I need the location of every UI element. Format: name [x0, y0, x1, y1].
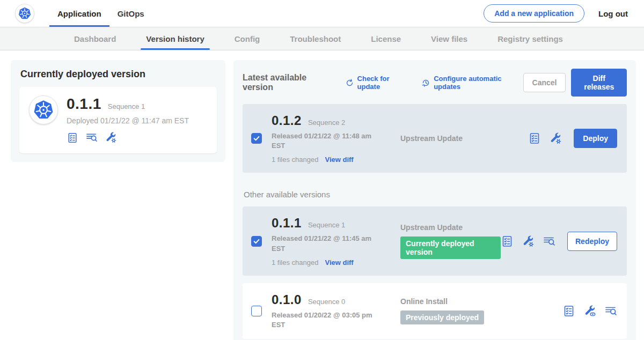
top-nav-right: Add a new application Log out	[484, 4, 628, 23]
released-timestamp: Released 01/21/22 @ 11:45 am EST	[272, 234, 372, 253]
files-changed-label: 1 files changed	[272, 156, 318, 164]
subnav-item-license[interactable]: License	[356, 27, 416, 50]
deploy-button[interactable]: Deploy	[574, 129, 617, 148]
sequence-label: Sequence 1	[308, 221, 345, 229]
view-diff-link[interactable]: View diff	[325, 258, 353, 267]
logs-icon[interactable]	[543, 235, 555, 248]
sequence-label: Sequence 0	[308, 298, 345, 306]
version-checkbox[interactable]	[251, 133, 262, 144]
cancel-button[interactable]: Cancel	[523, 73, 566, 92]
main-content: Currently deployed version 0.1.1 Sequenc…	[0, 50, 644, 340]
subnav-item-view-files[interactable]: View files	[416, 27, 482, 50]
subnav-item-registry-settings[interactable]: Registry settings	[482, 27, 578, 50]
redeploy-button[interactable]: Redeploy	[567, 232, 617, 251]
version-row-0-1-1: 0.1.1 Sequence 1 Released 01/21/22 @ 11:…	[243, 206, 627, 275]
tab-gitops-label: GitOps	[118, 9, 144, 18]
version-source-label: Upstream Update	[400, 134, 528, 143]
view-diff-link[interactable]: View diff	[325, 156, 353, 164]
refresh-icon	[345, 78, 354, 87]
logs-icon[interactable]	[604, 305, 617, 317]
released-timestamp: Released 01/21/22 @ 11:48 am EST	[272, 131, 372, 151]
subnav-item-dashboard[interactable]: Dashboard	[59, 27, 131, 50]
previously-deployed-badge: Previously deployed	[400, 311, 484, 324]
currently-deployed-title: Currently deployed version	[20, 69, 217, 80]
tab-gitops[interactable]: GitOps	[109, 0, 152, 27]
subnav-item-config[interactable]: Config	[219, 27, 275, 50]
schedule-icon	[421, 78, 430, 87]
config-icon[interactable]	[522, 235, 535, 248]
version-source-label: Upstream Update	[400, 223, 501, 232]
files-changed-label: 1 files changed	[272, 258, 318, 267]
release-notes-icon[interactable]	[528, 132, 541, 145]
logs-icon[interactable]	[85, 131, 98, 144]
config-icon[interactable]	[549, 132, 562, 145]
add-application-button[interactable]: Add a new application	[484, 4, 584, 23]
version-checkbox[interactable]	[251, 236, 262, 247]
deployed-sequence-label: Sequence 1	[108, 102, 145, 110]
version-history-panel: Latest available version Check for updat…	[233, 60, 636, 340]
version-number: 0.1.2	[272, 113, 302, 128]
version-number: 0.1.0	[272, 292, 302, 307]
kubernetes-logo	[15, 4, 34, 23]
kubernetes-app-icon	[29, 95, 58, 124]
version-row-0-1-2: 0.1.2 Sequence 2 Released 01/21/22 @ 11:…	[243, 104, 627, 173]
release-notes-icon[interactable]	[67, 132, 78, 144]
release-notes-icon[interactable]	[501, 235, 514, 248]
config-view-icon[interactable]	[583, 305, 596, 317]
deployed-version-card: 0.1.1 Sequence 1 Deployed 01/21/22 @ 11:…	[19, 87, 217, 153]
app-sub-nav: Dashboard Version history Config Trouble…	[0, 27, 644, 50]
subnav-item-version-history[interactable]: Version history	[131, 27, 219, 50]
deployed-version-number: 0.1.1	[67, 95, 101, 113]
latest-version-title: Latest available version	[243, 73, 333, 92]
deployed-timestamp: Deployed 01/21/22 @ 11:47 am EST	[67, 116, 189, 125]
version-number: 0.1.1	[272, 216, 302, 231]
version-checkbox[interactable]	[251, 306, 262, 316]
currently-deployed-badge: Currently deployed version	[400, 236, 501, 259]
other-versions-title: Other available versions	[244, 190, 627, 199]
currently-deployed-panel: Currently deployed version 0.1.1 Sequenc…	[11, 60, 225, 162]
top-tabs: Application GitOps	[49, 0, 152, 27]
diff-releases-button[interactable]: Diff releases	[571, 69, 627, 97]
latest-version-header: Latest available version Check for updat…	[243, 69, 627, 97]
sequence-label: Sequence 2	[308, 119, 345, 127]
released-timestamp: Released 01/20/22 @ 03:05 pm EST	[272, 311, 372, 330]
deployed-version-info: 0.1.1 Sequence 1 Deployed 01/21/22 @ 11:…	[67, 95, 189, 144]
version-source-label: Online Install	[400, 297, 562, 306]
configure-automatic-updates-link[interactable]: Configure automatic updates	[421, 75, 523, 91]
release-notes-icon[interactable]	[562, 305, 575, 317]
config-icon[interactable]	[105, 131, 117, 144]
tab-application[interactable]: Application	[49, 0, 109, 27]
logout-button[interactable]: Log out	[598, 9, 628, 18]
top-nav: Application GitOps Add a new application…	[0, 0, 644, 27]
version-row-0-1-0: 0.1.0 Sequence 0 Released 01/20/22 @ 03:…	[243, 283, 627, 339]
tab-application-label: Application	[57, 9, 101, 18]
subnav-item-troubleshoot[interactable]: Troubleshoot	[275, 27, 356, 50]
check-for-update-link[interactable]: Check for update	[345, 75, 410, 91]
